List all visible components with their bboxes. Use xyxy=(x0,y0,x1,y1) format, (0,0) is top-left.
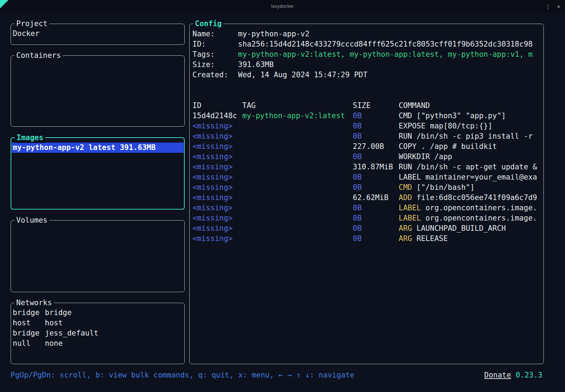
config-field: Name:my-python-app-v2 xyxy=(192,29,541,39)
donate-link[interactable]: Donate xyxy=(484,371,511,379)
network-driver: bridge xyxy=(13,308,45,318)
network-row[interactable]: bridgebridge xyxy=(13,308,182,318)
layer-command: CMD ["python3" "app.py"] xyxy=(399,111,541,121)
layer-size: 0B xyxy=(353,121,399,131)
layer-row: <missing>227.00BCOPY . /app # buildkit xyxy=(192,141,541,152)
detail-column: Config Name:my-python-app-v2ID:sha256:15… xyxy=(189,24,544,364)
layer-command-args: file:6d8cc056ee741f09a6c7d9 xyxy=(412,193,537,202)
menu-dots-icon[interactable]: ⋮ xyxy=(545,3,551,10)
layer-command-keyword: ADD xyxy=(399,193,412,202)
layer-command-args: . /app # buildkit xyxy=(417,142,497,151)
layer-row: <missing>310.87MiBRUN /bin/sh -c apt-get… xyxy=(192,162,541,172)
layer-size: 0B xyxy=(353,234,399,244)
layer-command-args: /app xyxy=(430,152,452,161)
layer-tag xyxy=(242,141,353,152)
network-row[interactable]: nullnone xyxy=(13,338,182,349)
layer-tag: my-python-app-v2:latest xyxy=(242,111,353,121)
networks-panel-title: Networks xyxy=(14,298,54,308)
layer-command-args: ["python3" "app.py"] xyxy=(412,111,506,120)
layer-id: <missing> xyxy=(192,193,242,203)
layer-tag xyxy=(242,193,353,203)
config-field: Tags:my-python-app-v2:latest, my-python-… xyxy=(192,49,541,60)
config-field-value: Wed, 14 Aug 2024 15:47:29 PDT xyxy=(238,70,541,80)
config-field-label: Created: xyxy=(192,70,238,80)
config-field-value: my-python-app-v2 xyxy=(238,29,541,39)
layer-row: <missing>0BWORKDIR /app xyxy=(192,152,541,162)
layer-id: <missing> xyxy=(192,182,242,193)
config-body: Name:my-python-app-v2ID:sha256:15d4d2148… xyxy=(190,24,543,244)
keybindings-hint: PgUp/PgDn: scroll, b: view bulk commands… xyxy=(11,370,355,380)
project-name: Docker xyxy=(13,29,40,38)
network-driver: null xyxy=(13,338,45,349)
config-panel[interactable]: Config Name:my-python-app-v2ID:sha256:15… xyxy=(189,24,544,364)
layers-header-cell: TAG xyxy=(242,101,353,111)
statusbar-right: Donate0.23.3 xyxy=(484,370,542,380)
network-row[interactable]: bridgejess_default xyxy=(13,328,182,338)
volumes-panel[interactable]: Volumes xyxy=(11,220,185,292)
layer-command-keyword: COPY xyxy=(399,142,417,151)
layer-command: LABEL maintainer=your_email@exa xyxy=(399,172,541,182)
layer-row: <missing>0BCMD ["/bin/bash"] xyxy=(192,182,541,193)
network-driver: bridge xyxy=(13,328,45,338)
layer-command-keyword: CMD xyxy=(399,111,412,120)
layer-id: <missing> xyxy=(192,152,242,162)
layer-row: <missing>0BLABEL org.opencontainers.imag… xyxy=(192,213,541,223)
layer-row: <missing>0BEXPOSE map[80/tcp:{}] xyxy=(192,121,541,131)
layer-id: <missing> xyxy=(192,203,242,213)
layer-size: 0B xyxy=(353,172,399,182)
layer-id: <missing> xyxy=(192,141,242,152)
sidebar: Project Docker Containers Images my-pyth… xyxy=(11,24,185,364)
network-name: jess_default xyxy=(45,329,99,337)
layer-size: 0B xyxy=(353,223,399,234)
containers-panel-title: Containers xyxy=(14,50,63,61)
titlebar: lazydocker ⋮ ✕ xyxy=(0,0,565,13)
config-fields: Name:my-python-app-v2ID:sha256:15d4d2148… xyxy=(192,29,541,80)
containers-panel[interactable]: Containers xyxy=(11,55,185,127)
layer-tag xyxy=(242,172,353,182)
layer-command-args: /bin/sh -c pip3 install -r xyxy=(412,132,533,140)
close-icon[interactable]: ✕ xyxy=(557,4,560,9)
images-panel-title: Images xyxy=(15,133,45,143)
corner-accent xyxy=(0,0,8,8)
project-panel-title: Project xyxy=(14,19,49,29)
layer-command-keyword: EXPOSE xyxy=(399,122,426,130)
volumes-panel-title: Volumes xyxy=(14,215,49,225)
layers-header-cell: ID xyxy=(192,101,242,111)
layer-size: 310.87MiB xyxy=(353,162,399,172)
layer-command-args: org.opencontainers.image. xyxy=(421,214,537,222)
layer-command: EXPOSE map[80/tcp:{}] xyxy=(399,121,541,131)
network-row[interactable]: hosthost xyxy=(13,318,182,328)
layer-id: <missing> xyxy=(192,223,242,234)
lazydocker-window: lazydocker ⋮ ✕ Project Docker Containers… xyxy=(0,0,565,392)
layer-id: 15d4d2148c xyxy=(192,111,242,121)
images-panel[interactable]: Images my-python-app-v2 latest 391.63MB xyxy=(11,137,185,210)
layer-command: ARG RELEASE xyxy=(399,234,541,244)
layers-table: IDTAGSIZECOMMAND15d4d2148cmy-python-app-… xyxy=(192,101,541,244)
layer-row: <missing>0BLABEL org.opencontainers.imag… xyxy=(192,203,541,213)
layer-row: <missing>0BRUN /bin/sh -c pip3 install -… xyxy=(192,131,541,141)
layer-row: <missing>62.62MiBADD file:6d8cc056ee741f… xyxy=(192,193,541,203)
layer-row: <missing>0BARG RELEASE xyxy=(192,234,541,244)
layer-id: <missing> xyxy=(192,131,242,141)
project-panel[interactable]: Project Docker xyxy=(11,24,185,45)
config-field: ID:sha256:15d4d2148c433279cccd84fff625c2… xyxy=(192,39,541,49)
titlebar-controls: ⋮ ✕ xyxy=(545,0,560,13)
config-field: Created:Wed, 14 Aug 2024 15:47:29 PDT xyxy=(192,70,541,80)
config-panel-title: Config xyxy=(193,19,224,29)
layer-command: RUN /bin/sh -c pip3 install -r xyxy=(399,131,541,141)
layer-id: <missing> xyxy=(192,234,242,244)
layer-size: 0B xyxy=(353,203,399,213)
layer-command-args: ["/bin/bash"] xyxy=(412,183,475,192)
layer-size: 0B xyxy=(353,182,399,193)
config-field-value: sha256:15d4d2148c433279cccd84fff625c21fc… xyxy=(238,39,541,49)
layer-tag xyxy=(242,121,353,131)
layer-command-keyword: ARG xyxy=(399,224,412,233)
layer-id: <missing> xyxy=(192,162,242,172)
layer-size: 0B xyxy=(353,152,399,162)
image-list-item-selected[interactable]: my-python-app-v2 latest 391.63MB xyxy=(12,143,184,153)
layer-size: 62.62MiB xyxy=(353,193,399,203)
layer-tag xyxy=(242,152,353,162)
layer-command-keyword: LABEL xyxy=(399,173,421,181)
config-field-label: Name: xyxy=(192,29,238,39)
networks-panel[interactable]: Networks bridgebridgehosthostbridgejess_… xyxy=(11,303,185,364)
